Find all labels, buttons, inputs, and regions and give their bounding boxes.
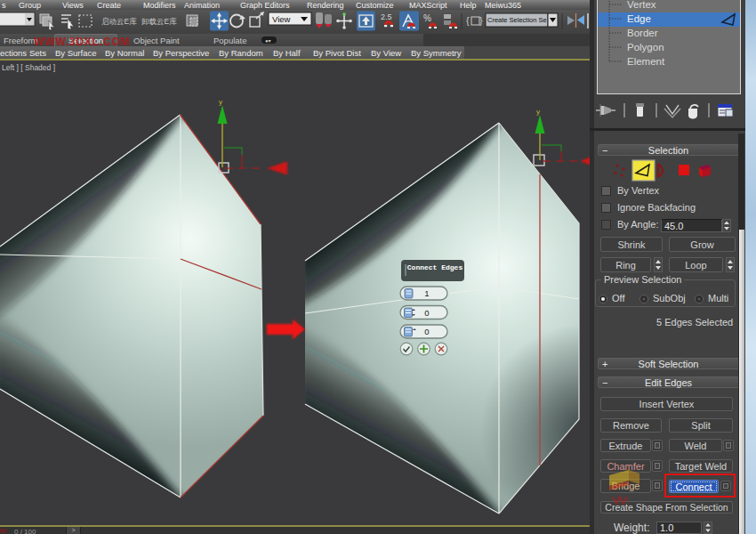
svg-text:Border: Border <box>627 28 658 38</box>
svg-text:{: { <box>466 15 470 26</box>
svg-text:%: % <box>423 13 431 23</box>
svg-text:Create Selection Se: Create Selection Se <box>487 16 547 24</box>
svg-text:y: y <box>536 108 540 116</box>
svg-text:View: View <box>272 14 291 24</box>
svg-text:Edge: Edge <box>627 13 651 24</box>
svg-text:1: 1 <box>424 288 429 298</box>
svg-text:0: 0 <box>424 308 429 318</box>
svg-text:0: 0 <box>424 327 429 336</box>
svg-text:}: } <box>479 15 483 26</box>
svg-text:卸载云E库: 卸载云E库 <box>141 17 177 26</box>
svg-text:Connect Edges: Connect Edges <box>407 263 463 271</box>
svg-text:Polygon: Polygon <box>627 42 664 53</box>
svg-text:Element: Element <box>627 56 665 67</box>
svg-text:Vertex: Vertex <box>627 0 656 10</box>
svg-text:y: y <box>219 98 222 106</box>
svg-text:启动云E库: 启动云E库 <box>101 17 137 26</box>
svg-text:2.5: 2.5 <box>381 12 392 21</box>
